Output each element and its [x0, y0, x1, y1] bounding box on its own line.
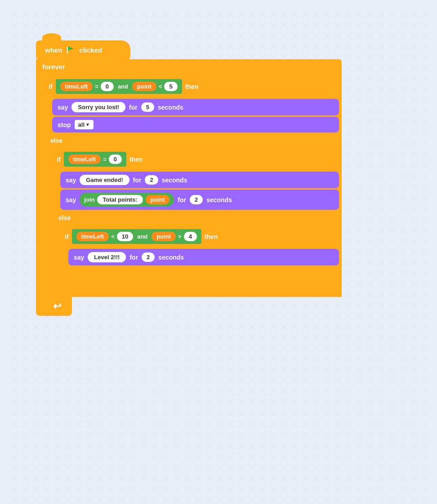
say1-duration: 5 — [141, 102, 154, 112]
say1-label: say — [58, 104, 68, 111]
say1-block: say Sorry you lost! for 5 seconds — [52, 99, 339, 115]
say1-seconds: seconds — [158, 104, 183, 111]
if3-header: if timeLeft < 10 and point — [60, 226, 339, 247]
if2-condition: timeLeft = 0 — [64, 152, 126, 167]
forever-header: forever — [36, 59, 342, 74]
clicked-label: clicked — [79, 46, 102, 54]
else2-body: if timeLeft < 10 and point — [52, 224, 339, 275]
say2-message: Game ended! — [80, 175, 129, 185]
say2-seconds: seconds — [162, 177, 187, 184]
join-var: point — [146, 195, 170, 204]
forever-label: forever — [42, 63, 65, 71]
if2-var1: timeLeft — [68, 155, 101, 164]
forever-content: if timeLeft = 0 and point < 5 — [44, 74, 342, 297]
if3-val2: 4 — [184, 232, 197, 241]
else1-label: else — [50, 137, 62, 144]
if2-val1: 0 — [109, 155, 122, 164]
else1-header: else — [44, 134, 339, 147]
say3-block: say join Total points: point for — [60, 190, 339, 210]
if3-label: if — [65, 233, 69, 240]
say3-for: for — [178, 196, 186, 203]
say2-label: say — [66, 177, 76, 184]
forever-body: if timeLeft = 0 and point < 5 — [36, 74, 342, 297]
say4-seconds: seconds — [158, 254, 184, 261]
stop1-block: stop all ▼ — [52, 117, 339, 133]
say2-duration: 2 — [145, 175, 158, 185]
say4-block: say Level 2!!! for 2 seconds — [68, 249, 339, 265]
if3-body: say Level 2!!! for 2 seconds — [60, 247, 339, 267]
if1-then: then — [185, 83, 199, 90]
flag-icon — [66, 45, 76, 55]
if3-block: if timeLeft < 10 and point — [60, 226, 339, 274]
if1-val2: 5 — [164, 82, 177, 91]
else2-label: else — [58, 214, 71, 221]
if1-condition: timeLeft = 0 and point < 5 — [56, 79, 182, 94]
if3-body-content: say Level 2!!! for 2 seconds — [68, 247, 339, 267]
if1-val1: 0 — [101, 82, 114, 91]
else1-content: if timeLeft = 0 then — [52, 147, 339, 289]
say1-message: Sorry you lost! — [71, 102, 125, 112]
if3-then: then — [205, 233, 218, 240]
if2-label: if — [57, 156, 61, 163]
repeat-arrow: ↩ — [53, 301, 61, 312]
else2-header: else — [52, 212, 339, 224]
say3-label: say — [66, 196, 76, 203]
if3-op1: < — [111, 233, 115, 240]
say2-for: for — [133, 177, 142, 184]
if3-var1: timeLeft — [76, 232, 109, 241]
if2-body-content: say Game ended! for 2 seconds — [60, 170, 339, 212]
scratch-canvas: when clicked forever — [9, 9, 428, 504]
if1-block: if timeLeft = 0 and point < 5 — [44, 76, 339, 295]
if1-body-content: say Sorry you lost! for 5 seconds stop — [52, 97, 339, 134]
if3-end — [60, 267, 339, 274]
stop1-label: stop — [58, 121, 71, 128]
say4-message: Level 2!!! — [88, 252, 126, 262]
stop1-option[interactable]: all ▼ — [75, 120, 94, 129]
join-label: join — [84, 196, 94, 203]
if1-end — [44, 289, 339, 295]
if2-end2 — [66, 282, 339, 287]
hat-block: when clicked — [36, 40, 130, 59]
if3-val1: 10 — [117, 232, 133, 241]
if1-op2: < — [159, 83, 162, 90]
forever-block: forever if timeLeft = — [36, 59, 342, 316]
if2-body: say Game ended! for 2 seconds — [52, 170, 339, 212]
join-text: Total points: — [97, 195, 143, 204]
when-clicked-block: when clicked — [36, 40, 130, 59]
if1-label: if — [49, 83, 53, 90]
say4-duration: 2 — [142, 252, 155, 262]
when-label: when — [45, 46, 62, 54]
say4-label: say — [74, 254, 84, 261]
blocks-container: when clicked forever — [36, 40, 342, 316]
say1-for: for — [129, 104, 138, 111]
if2-op1: = — [103, 156, 107, 163]
else2-content: if timeLeft < 10 and point — [60, 224, 339, 275]
if2-then: then — [129, 156, 143, 163]
if3-and: and — [135, 233, 149, 240]
if3-op2: > — [178, 233, 182, 240]
if1-body: say Sorry you lost! for 5 seconds stop — [44, 97, 339, 134]
if1-and: and — [116, 83, 130, 90]
if3-condition: timeLeft < 10 and point > 4 — [72, 229, 201, 244]
say3-duration: 2 — [190, 195, 203, 204]
say3-seconds: seconds — [206, 196, 232, 203]
if2-header: if timeLeft = 0 then — [52, 149, 339, 170]
say4-for: for — [129, 254, 138, 261]
if2-block: if timeLeft = 0 then — [52, 149, 339, 287]
say2-block: say Game ended! for 2 seconds — [60, 172, 339, 188]
forever-footer: ↩ — [36, 297, 72, 316]
else1-body: if timeLeft = 0 then — [44, 147, 339, 289]
if1-var1: timeLeft — [60, 82, 93, 91]
if2-end — [52, 275, 339, 282]
if1-var2: point — [132, 82, 156, 91]
join-block: join Total points: point — [80, 193, 174, 207]
svg-marker-0 — [67, 47, 73, 50]
if1-op1: = — [95, 83, 98, 90]
if1-header: if timeLeft = 0 and point < 5 — [44, 76, 339, 97]
if3-var2: point — [152, 232, 176, 241]
